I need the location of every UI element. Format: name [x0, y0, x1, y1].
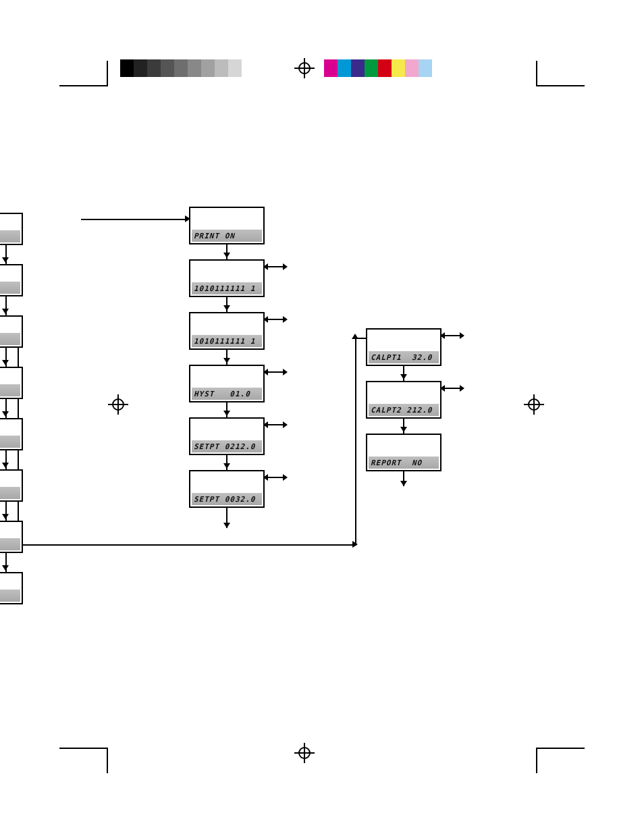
- swatch: [432, 59, 446, 77]
- double-arrow-icon: [267, 477, 284, 478]
- arrow-down-icon: [2, 257, 9, 263]
- arrow-down-icon: [223, 358, 230, 363]
- crop-mark: [107, 748, 108, 773]
- swatch: [161, 59, 174, 77]
- swatch: [215, 59, 228, 77]
- registration-target-icon: [297, 746, 312, 760]
- arrow-down-icon: [400, 374, 407, 380]
- swatch: [338, 59, 351, 77]
- lcd-text: NO: [0, 590, 20, 602]
- color-swatches: [324, 59, 446, 77]
- lcd-c2: 1010111111 1: [189, 312, 265, 350]
- lcd-l2: OFF: [0, 315, 23, 348]
- swatch: [242, 59, 255, 77]
- arrow-down-icon: [2, 309, 9, 314]
- lcd-c5: SETPT 0032.0: [189, 470, 265, 508]
- lcd-c1: 1010111111 1: [189, 259, 265, 297]
- crop-mark: [59, 748, 108, 749]
- lcd-text: CALPT1 32.0: [369, 351, 439, 363]
- swatch: [378, 59, 392, 77]
- double-arrow-icon: [267, 266, 284, 267]
- swatch: [147, 59, 161, 77]
- swatch: [120, 59, 134, 77]
- double-arrow-icon: [444, 388, 460, 389]
- lcd-r1: CALPT2 212.0: [366, 381, 441, 419]
- swatch: [392, 59, 405, 77]
- double-arrow-icon: [444, 335, 460, 336]
- crop-mark: [536, 85, 585, 86]
- lcd-text: 1010111111 1: [192, 282, 262, 294]
- swatch: [188, 59, 201, 77]
- crop-mark: [536, 61, 537, 86]
- arrow-down-icon: [223, 411, 230, 416]
- registration-target-icon: [527, 397, 541, 412]
- lcd-text: REPORT NO: [369, 457, 439, 469]
- arrow-down-icon: [400, 427, 407, 432]
- lcd-c3: HYST 01.0: [189, 365, 265, 402]
- lcd-text: PRINT ON: [192, 230, 262, 242]
- swatch: [365, 59, 378, 77]
- lcd-r0: CALPT1 32.0: [366, 328, 441, 366]
- arrow-down-icon: [223, 253, 230, 258]
- flow-line: [355, 338, 356, 546]
- grayscale-swatches: [120, 59, 255, 77]
- lcd-text: 42899: [0, 436, 20, 448]
- lcd-text: SETPT 0212.0: [192, 440, 262, 452]
- swatch: [351, 59, 365, 77]
- lcd-l4: 42899: [0, 418, 23, 450]
- lcd-text: MM/DD: [0, 384, 20, 396]
- swatch: [324, 59, 338, 77]
- lcd-text: OFF: [0, 230, 20, 242]
- arrow-down-icon: [2, 411, 9, 417]
- arrow-down-icon: [2, 463, 9, 468]
- lcd-text: 14:22: [0, 487, 20, 499]
- lcd-l1: ON: [0, 264, 23, 296]
- registration-target-icon: [297, 61, 312, 76]
- arrow-down-icon: [2, 565, 9, 571]
- swatch: [134, 59, 147, 77]
- arrow-down-icon: [2, 514, 9, 519]
- swatch: [174, 59, 188, 77]
- double-arrow-icon: [267, 319, 284, 320]
- lcd-text: ON: [0, 282, 20, 294]
- registration-target-icon: [111, 397, 126, 412]
- lcd-l6: 32.0: [0, 521, 23, 553]
- arrow-down-icon: [223, 305, 230, 311]
- lcd-l7: NO: [0, 572, 23, 604]
- arrow-down-icon: [223, 523, 230, 528]
- crop-mark: [59, 85, 108, 86]
- double-arrow-icon: [267, 371, 284, 373]
- lcd-text: CALPT2 212.0: [369, 404, 439, 416]
- crop-mark: [536, 748, 585, 749]
- lcd-text: 32.0: [0, 538, 20, 550]
- crop-mark: [107, 61, 108, 86]
- flow-line: [81, 219, 188, 220]
- swatch: [228, 59, 242, 77]
- flow-line: [19, 544, 356, 546]
- crop-mark: [536, 748, 537, 773]
- lcd-text: 1010111111 1: [192, 335, 262, 347]
- lcd-text: SETPT 0032.0: [192, 493, 262, 505]
- arrow-down-icon: [223, 463, 230, 469]
- arrow-down-icon: [2, 360, 9, 365]
- lcd-r2: REPORT NO: [366, 434, 441, 471]
- lcd-l3: MM/DD: [0, 367, 23, 399]
- lcd-text: OFF: [0, 333, 20, 345]
- swatch: [201, 59, 215, 77]
- lcd-l5: 14:22: [0, 469, 23, 502]
- arrow-down-icon: [400, 481, 407, 486]
- lcd-c0: PRINT ON: [189, 207, 265, 244]
- lcd-text: HYST 01.0: [192, 388, 262, 400]
- lcd-l0: OFF: [0, 213, 23, 245]
- lcd-c4: SETPT 0212.0: [189, 417, 265, 455]
- swatch: [419, 59, 432, 77]
- swatch: [405, 59, 419, 77]
- double-arrow-icon: [267, 424, 284, 425]
